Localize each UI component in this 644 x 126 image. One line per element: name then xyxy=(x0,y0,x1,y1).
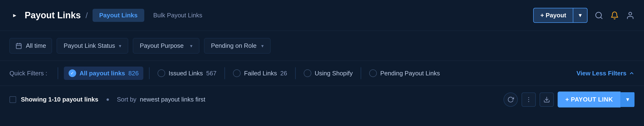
filters-row: All time Payout Link Status ▾ Payout Pur… xyxy=(0,31,644,61)
table-controls-row: Showing 1-10 payout links Sort by newest… xyxy=(0,86,644,113)
refresh-button[interactable] xyxy=(504,92,518,107)
check-circle-icon: ✓ xyxy=(68,69,76,77)
breadcrumb-separator: / xyxy=(86,11,88,20)
svg-point-7 xyxy=(528,97,530,98)
filter-shopify-label: Using Shopify xyxy=(315,70,352,77)
payout-purpose-label: Payout Purpose xyxy=(140,42,184,49)
payout-purpose-filter[interactable]: Payout Purpose ▾ xyxy=(133,38,199,54)
divider-5 xyxy=(361,67,361,79)
divider-4 xyxy=(295,67,296,79)
view-less-label: View Less Filters xyxy=(576,70,626,77)
chevron-up-icon xyxy=(629,70,634,76)
payout-link-status-filter[interactable]: Payout Link Status ▾ xyxy=(57,38,128,54)
filter-failed-links[interactable]: Failed Links 26 xyxy=(231,67,290,80)
add-payout-main[interactable]: + Payout xyxy=(534,8,573,22)
payout-purpose-chevron: ▾ xyxy=(190,43,192,49)
date-filter[interactable]: All time xyxy=(10,38,52,54)
add-payout-link-main[interactable]: + PAYOUT LINK xyxy=(558,91,620,107)
refresh-icon xyxy=(507,96,514,103)
circle-outline-icon-pending xyxy=(369,69,377,77)
filter-issued-links[interactable]: Issued Links 567 xyxy=(155,67,219,80)
quick-filters-row: Quick Filters : ✓ All payout links 826 I… xyxy=(0,61,644,86)
sort-value: newest payout links first xyxy=(140,96,205,103)
sort-by-label: Sort by xyxy=(117,96,136,103)
notification-icon-button[interactable] xyxy=(610,11,619,20)
header-actions: + Payout ▼ xyxy=(533,8,634,23)
circle-outline-icon-issued xyxy=(158,69,165,77)
circle-outline-icon-failed xyxy=(233,69,240,77)
showing-text: Showing 1-10 payout links xyxy=(21,96,98,103)
divider-1 xyxy=(58,67,58,79)
view-less-filters-button[interactable]: View Less Filters xyxy=(576,70,634,77)
svg-point-9 xyxy=(528,101,530,102)
app-header: ► Payout Links / Payout Links Bulk Payou… xyxy=(0,0,644,31)
svg-point-2 xyxy=(629,12,632,15)
filter-all-count: 826 xyxy=(128,70,138,77)
date-filter-label: All time xyxy=(26,42,46,49)
filter-failed-label: Failed Links xyxy=(244,70,277,77)
add-payout-link-dropdown-arrow[interactable]: ▼ xyxy=(620,92,634,107)
circle-outline-icon-shopify xyxy=(304,69,311,77)
pending-on-role-filter[interactable]: Pending on Role ▾ xyxy=(204,38,270,54)
more-options-button[interactable] xyxy=(522,92,536,107)
nav-tabs: Payout Links Bulk Payout Links xyxy=(92,9,209,22)
quick-filters-label: Quick Filters : xyxy=(10,70,47,77)
page-title: Payout Links xyxy=(25,10,81,21)
back-icon[interactable]: ► xyxy=(10,10,20,21)
filter-issued-label: Issued Links xyxy=(168,70,203,77)
sort-label: Sort by newest payout links first xyxy=(117,96,206,103)
calendar-icon xyxy=(16,43,22,49)
filter-all-payout-links[interactable]: ✓ All payout links 826 xyxy=(64,67,144,80)
payout-link-status-chevron: ▾ xyxy=(119,43,121,49)
svg-point-8 xyxy=(528,99,530,100)
pending-on-role-chevron: ▾ xyxy=(261,43,264,49)
more-dots-icon xyxy=(525,96,532,103)
filter-all-label: All payout links xyxy=(80,70,125,77)
download-button[interactable] xyxy=(540,92,554,107)
profile-icon-button[interactable] xyxy=(626,11,634,20)
payout-link-status-label: Payout Link Status xyxy=(64,42,115,49)
divider-3 xyxy=(224,67,225,79)
select-all-checkbox[interactable] xyxy=(10,96,16,103)
svg-rect-3 xyxy=(16,44,21,49)
download-icon xyxy=(544,96,550,103)
search-icon-button[interactable] xyxy=(595,11,603,20)
add-payout-link-button[interactable]: + PAYOUT LINK ▼ xyxy=(558,91,634,107)
filter-using-shopify[interactable]: Using Shopify xyxy=(301,67,355,80)
tab-payout-links[interactable]: Payout Links xyxy=(92,9,144,22)
add-payout-dropdown-arrow[interactable]: ▼ xyxy=(573,9,587,22)
add-payout-button[interactable]: + Payout ▼ xyxy=(533,8,588,23)
svg-line-1 xyxy=(600,17,602,19)
dot-separator xyxy=(106,98,109,101)
filter-pending-label: Pending Payout Links xyxy=(380,70,440,77)
divider-2 xyxy=(149,67,150,79)
filter-issued-count: 567 xyxy=(206,70,216,77)
filter-pending-payout-links[interactable]: Pending Payout Links xyxy=(367,67,442,80)
table-action-icons: + PAYOUT LINK ▼ xyxy=(504,91,634,107)
pending-on-role-label: Pending on Role xyxy=(211,42,256,49)
filter-failed-count: 26 xyxy=(280,70,287,77)
tab-bulk-payout-links[interactable]: Bulk Payout Links xyxy=(147,9,209,22)
